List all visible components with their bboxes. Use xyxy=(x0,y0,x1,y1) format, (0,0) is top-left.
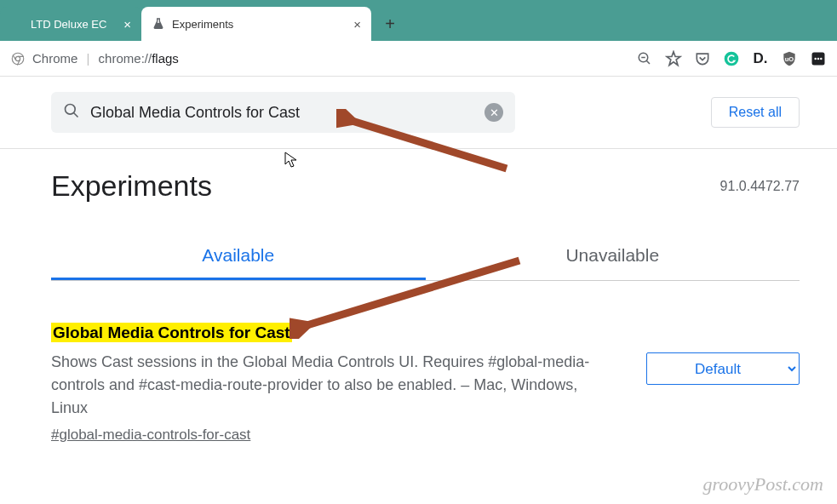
flask-icon xyxy=(152,17,165,31)
svg-point-8 xyxy=(820,57,823,60)
pocket-icon[interactable] xyxy=(694,50,711,67)
clear-search-icon[interactable]: ✕ xyxy=(484,103,503,122)
address-url-path: flags xyxy=(152,51,179,66)
tab-unavailable[interactable]: Unavailable xyxy=(426,233,800,280)
star-icon[interactable] xyxy=(665,50,682,67)
extension-d-icon[interactable]: D. xyxy=(752,50,769,67)
chrome-icon xyxy=(10,51,26,66)
tab-experiments[interactable]: Experiments × xyxy=(141,7,371,41)
flag-item: Global Media Controls for Cast Shows Cas… xyxy=(51,324,800,444)
tab-title: LTD Deluxe EC xyxy=(31,18,106,31)
watermark: groovyPost.com xyxy=(702,473,823,495)
tab-favicon-generic xyxy=(10,17,24,31)
separator: | xyxy=(87,51,90,66)
svg-text:uO: uO xyxy=(785,54,794,62)
address-bar: Chrome | chrome://flags D. uO xyxy=(0,41,837,77)
page-title: Experiments xyxy=(51,169,212,203)
search-icon xyxy=(63,102,80,123)
svg-point-9 xyxy=(66,105,76,115)
address-field[interactable]: Chrome | chrome://flags xyxy=(10,51,636,66)
ublock-icon[interactable]: uO xyxy=(781,50,798,67)
version-label: 91.0.4472.77 xyxy=(720,179,800,194)
close-icon[interactable]: × xyxy=(353,17,361,32)
content-tabs: Available Unavailable xyxy=(51,233,800,281)
search-input[interactable] xyxy=(90,104,484,122)
tab-available[interactable]: Available xyxy=(51,233,426,280)
tab-title: Experiments xyxy=(172,18,233,31)
flag-anchor-link[interactable]: #global-media-controls-for-cast xyxy=(51,427,250,444)
flag-description: Shows Cast sessions in the Global Media … xyxy=(51,351,596,420)
search-flags-box[interactable]: ✕ xyxy=(51,92,515,133)
address-url-prefix: chrome:// xyxy=(99,51,152,66)
address-scheme: Chrome xyxy=(32,51,77,66)
browser-tab-strip: LTD Deluxe EC × Experiments × + xyxy=(0,0,837,41)
tab-ltd[interactable]: LTD Deluxe EC × xyxy=(0,7,141,41)
svg-point-0 xyxy=(12,53,24,65)
svg-point-6 xyxy=(814,57,817,60)
reset-all-button[interactable]: Reset all xyxy=(711,97,800,128)
flag-state-select[interactable]: Default xyxy=(646,352,800,385)
zoom-icon[interactable] xyxy=(636,50,653,67)
new-tab-button[interactable]: + xyxy=(378,12,402,36)
flag-title: Global Media Controls for Cast xyxy=(51,323,292,342)
extension-dots-icon[interactable] xyxy=(810,50,827,67)
svg-point-7 xyxy=(817,57,820,60)
close-icon[interactable]: × xyxy=(123,17,131,32)
svg-point-3 xyxy=(725,51,739,66)
grammarly-icon[interactable] xyxy=(723,50,740,67)
